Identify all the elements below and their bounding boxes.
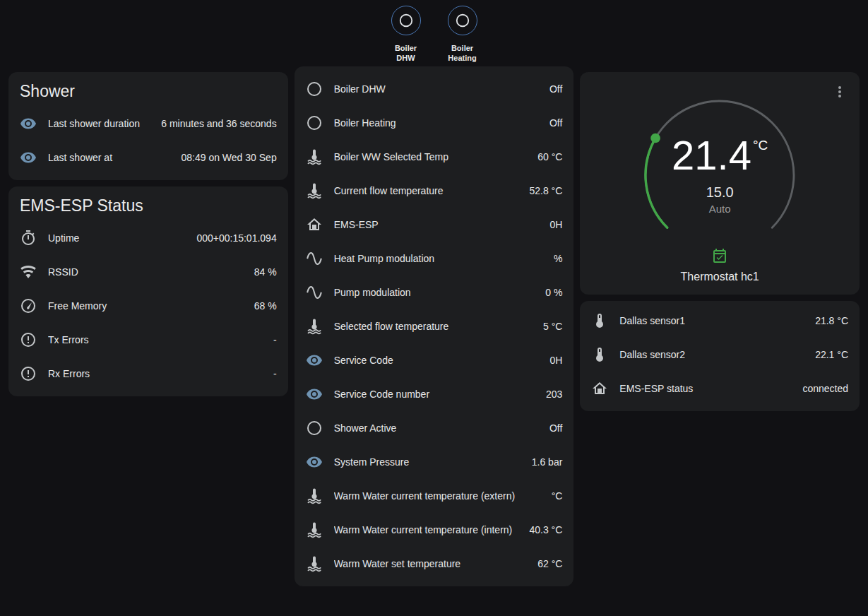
target-setpoint: 15.0 (706, 184, 734, 201)
list-item[interactable]: Dallas sensor121.8 °C (585, 304, 854, 338)
list-item[interactable]: Free Memory68 % (14, 289, 283, 323)
entity-rows: Boiler DHWOffBoiler HeatingOffBoiler WW … (295, 66, 574, 586)
entity-value: Off (549, 83, 562, 95)
badge-label: Boiler Heating (448, 43, 476, 64)
entity-label: Service Code (334, 355, 545, 366)
circle-outline-icon (306, 420, 323, 437)
list-item[interactable]: Current flow temperature52.8 °C (300, 174, 569, 208)
entity-value: % (554, 253, 562, 264)
list-item[interactable]: EMS-ESP statusconnected (585, 372, 854, 405)
more-menu-button[interactable] (827, 79, 852, 105)
water-thermometer-icon (306, 182, 323, 199)
badge-label-line: Heating (448, 54, 476, 62)
list-item[interactable]: RSSID84 % (14, 255, 283, 289)
entity-value: 40.3 °C (529, 524, 562, 535)
badge-label: Boiler DHW (395, 43, 417, 64)
entity-value: 6 minutes and 36 seconds (161, 118, 276, 129)
entity-value: Off (549, 117, 562, 129)
entity-label: Warm Water current temperature (intern) (334, 524, 524, 535)
eye-icon (20, 149, 37, 166)
list-item[interactable]: Boiler HeatingOff (300, 106, 569, 140)
badges-bar: Boiler DHW Boiler Heating (0, 0, 868, 64)
entity-value: 68 % (254, 300, 277, 312)
list-item[interactable]: Boiler WW Selected Temp60 °C (300, 140, 569, 174)
entity-label: Service Code number (334, 389, 540, 400)
circle-outline-icon (455, 13, 470, 28)
entity-value: 52.8 °C (529, 185, 562, 196)
water-thermometer-icon (306, 521, 323, 538)
entity-label: Tx Errors (48, 334, 268, 345)
thermostat-name: Thermostat hc1 (681, 271, 759, 283)
list-item[interactable]: Last shower duration6 minutes and 36 sec… (14, 107, 283, 141)
entity-value: 0H (549, 355, 562, 366)
sine-wave-icon (306, 284, 323, 301)
list-item[interactable]: EMS-ESP0H (300, 208, 569, 242)
entity-value: 60 °C (537, 151, 562, 162)
eye-icon (306, 352, 323, 369)
list-item[interactable]: System Pressure1.6 bar (300, 445, 569, 479)
thermometer-icon (591, 312, 608, 329)
badge-label-line: Boiler (395, 44, 417, 52)
entity-label: Free Memory (48, 300, 249, 312)
card-title: EMS-ESP Status (8, 186, 288, 218)
badge-boiler-heating[interactable]: Boiler Heating (440, 6, 485, 64)
entity-value: 21.8 °C (815, 315, 848, 326)
hvac-mode: Auto (709, 203, 731, 215)
home-icon (306, 216, 323, 233)
entity-rows: Last shower duration6 minutes and 36 sec… (8, 104, 288, 180)
dots-vertical-icon (831, 83, 848, 100)
alert-circle-icon (20, 331, 37, 348)
current-temperature: 21.4 °C (672, 135, 768, 176)
circle-outline-icon (398, 13, 414, 28)
entity-value: Off (549, 422, 562, 434)
list-item[interactable]: Tx Errors- (14, 323, 283, 357)
entity-label: Dallas sensor2 (619, 349, 809, 360)
list-item[interactable]: Service Code0H (300, 343, 569, 377)
entity-rows: Uptime000+00:15:01.094RSSID84 %Free Memo… (8, 218, 288, 396)
list-item[interactable]: Service Code number203 (300, 377, 569, 411)
entity-label: Pump modulation (334, 287, 540, 298)
badge-circle (391, 6, 421, 35)
right-column: 21.4 °C 15.0 Auto Thermostat hc1 Dallas … (580, 66, 860, 411)
list-item[interactable]: Warm Water current temperature (intern)4… (300, 513, 569, 547)
entity-label: Selected flow temperature (334, 321, 537, 332)
list-item[interactable]: Last shower at08:49 on Wed 30 Sep (14, 141, 283, 174)
list-item[interactable]: Rx Errors- (14, 357, 283, 391)
circle-outline-icon (306, 81, 323, 97)
entity-value: °C (552, 490, 563, 502)
entity-value: - (273, 368, 277, 379)
list-item[interactable]: Shower ActiveOff (300, 411, 569, 445)
card-title: Shower (8, 72, 288, 104)
list-item[interactable]: Pump modulation0 % (300, 276, 569, 309)
entity-value: connected (802, 383, 848, 394)
entity-label: System Pressure (334, 456, 526, 468)
entity-label: Warm Water current temperature (extern) (334, 490, 546, 502)
thermostat-readout: 21.4 °C 15.0 Auto (631, 86, 809, 264)
badge-boiler-dhw[interactable]: Boiler DHW (384, 6, 429, 64)
list-item[interactable]: Uptime000+00:15:01.094 (14, 221, 283, 255)
list-item[interactable]: Boiler DHWOff (300, 72, 569, 106)
current-temperature-value: 21.4 (672, 135, 751, 176)
gauge-icon (20, 297, 37, 314)
list-item[interactable]: Dallas sensor222.1 °C (585, 338, 854, 372)
list-item[interactable]: Warm Water set temperature62 °C (300, 547, 569, 581)
water-thermometer-icon (306, 318, 323, 335)
eye-icon (20, 115, 37, 132)
entity-label: Warm Water set temperature (334, 558, 533, 569)
badge-label-line: Boiler (451, 44, 473, 52)
thermometer-icon (591, 346, 608, 363)
entity-label: EMS-ESP status (619, 383, 797, 394)
list-item[interactable]: Warm Water current temperature (extern)°… (300, 479, 569, 513)
entity-value: 08:49 on Wed 30 Sep (181, 152, 276, 163)
list-item[interactable]: Heat Pump modulation% (300, 242, 569, 276)
entity-label: Boiler WW Selected Temp (334, 151, 533, 162)
timer-icon (20, 230, 37, 247)
list-item[interactable]: Selected flow temperature5 °C (300, 309, 569, 343)
sine-wave-icon (306, 250, 323, 267)
left-column: Shower Last shower duration6 minutes and… (8, 66, 288, 396)
entity-value: - (273, 334, 277, 345)
water-thermometer-icon (306, 555, 323, 572)
thermostat-card: 21.4 °C 15.0 Auto Thermostat hc1 (580, 72, 860, 295)
entity-label: Boiler Heating (334, 117, 544, 129)
thermostat-dial[interactable]: 21.4 °C 15.0 Auto (631, 86, 809, 264)
